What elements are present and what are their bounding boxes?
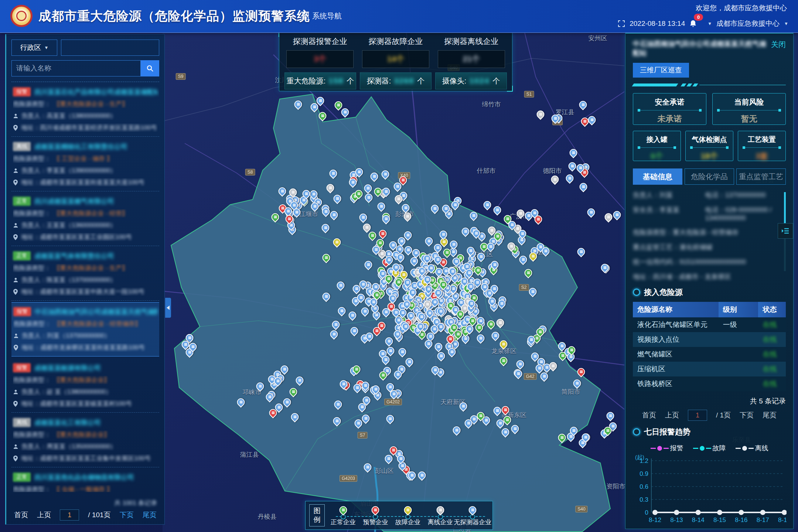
svg-text:0.3: 0.3	[640, 496, 648, 503]
hazard-type: 【重大危险源企业 - 经营储存】	[54, 320, 141, 328]
pagination-first[interactable]: 首页	[14, 510, 28, 520]
status-badge: 正常	[13, 473, 31, 482]
hazard-name: 视频接入点位	[633, 332, 719, 347]
sidebar-collapse-tab[interactable]	[165, 298, 171, 318]
person-icon	[13, 389, 18, 395]
hazard-type: 【 工贸企业 - 储存 】	[54, 154, 113, 163]
pagination-page-input[interactable]	[60, 509, 79, 521]
legend-item: 预警企业	[359, 504, 392, 527]
pagination-last[interactable]: 尾页	[763, 410, 777, 420]
company-list-item[interactable]: 离线 成都某某化工有限公司 危险源类型：【重大危险源企业】 负责人：周某某（13…	[11, 413, 159, 467]
pagination-last[interactable]: 尾页	[143, 510, 157, 520]
road-shield-badge: G4202	[384, 399, 402, 405]
company-list-item[interactable]: 离线 成都某某精细化工有限责任公司 危险源类型：【 工贸企业 - 储存 】 负责…	[11, 137, 159, 191]
pagination-next[interactable]: 下页	[120, 510, 134, 520]
contact-person: 负责人：王某某（13600000000）	[21, 221, 116, 229]
chevron-down-icon[interactable]: ▼	[784, 21, 788, 26]
location-icon	[13, 180, 18, 185]
basic-info-fields: 负责人：刘某电话：13700000000安全员：李某某电话：028-000000…	[633, 191, 786, 281]
table-row[interactable]: 视频接入点位 在线	[633, 332, 786, 347]
fullscreen-icon[interactable]	[618, 20, 625, 27]
contact-person: 负责人：李某某（13900000000）	[21, 166, 116, 175]
company-name: 成都某某化工有限公司	[34, 418, 101, 427]
pagination-prev[interactable]: 上页	[37, 510, 51, 520]
current-user[interactable]: 成都市应急救援中心	[716, 19, 780, 28]
status-badge: 正常	[13, 251, 31, 260]
resource-counter: 重大危险源: 158 个	[284, 72, 356, 89]
hazard-type: 【重大危险源企业】	[54, 376, 110, 384]
company-address: 地址：成都市某某区某某街道某某大道100号	[21, 178, 144, 187]
detail-field: 统一信用代码：915100000000000000	[633, 258, 781, 266]
detector-stat-card: 探测器故障企业 14个	[360, 35, 432, 68]
hazard-type: 【 仓储 - 一般储存 】	[54, 485, 113, 492]
svg-text:8-15: 8-15	[713, 516, 726, 524]
sidebar-pagination: 首页 上页 / 101页 下页 尾页	[6, 509, 164, 521]
legend-item: 正常企业	[327, 504, 359, 527]
table-row[interactable]: 铁路栈桥区 在线	[633, 376, 786, 391]
company-list-item[interactable]: 报警 四川某某石化产品有限公司成都某某储配站 危险源类型：【重大危险源企业 - …	[11, 82, 159, 137]
company-address: 地址：成都市某某区某某中路大道一段100号	[21, 287, 144, 296]
pagination-prev[interactable]: 上页	[665, 410, 679, 420]
bell-icon[interactable]	[689, 20, 697, 28]
table-row[interactable]: 燃气储罐区 在线	[633, 347, 786, 362]
tab-重点监管工艺[interactable]: 重点监管工艺	[736, 168, 786, 185]
legend-item: 无探测器企业	[456, 504, 489, 527]
hazard-name: 压缩机区	[633, 362, 719, 376]
legend-label: 离线企业	[428, 518, 453, 526]
pagination-next[interactable]: 下页	[740, 410, 754, 420]
chevron-down-icon[interactable]: ▼	[707, 21, 712, 26]
district-filter-button[interactable]: 行政区 ▼	[11, 40, 57, 56]
counter-value: 158	[328, 76, 344, 85]
facility-stat-card: 工艺装置 3套	[738, 131, 786, 161]
stat-value-box: 14个	[362, 50, 429, 68]
series-legend-item[interactable]: 离线	[736, 444, 768, 453]
close-panel-link[interactable]: 关闭	[771, 40, 786, 50]
counter-unit: 个	[347, 76, 354, 86]
district-value-input[interactable]	[61, 40, 159, 56]
svg-text:0.6: 0.6	[640, 483, 648, 490]
table-row[interactable]: 液化石油气储罐区单元 一级 在线	[633, 317, 786, 332]
company-list-item[interactable]: 报警 中石油西南油气田公司成都某某天然气储配站 危险源类型：【重大危险源企业 -…	[11, 302, 159, 357]
pagination-first[interactable]: 首页	[642, 410, 656, 420]
3d-patrol-button[interactable]: 三维厂区巡查	[633, 63, 689, 78]
search-button[interactable]	[141, 60, 159, 76]
company-list-item[interactable]: 报警 成都某某能源有限公司 危险源类型：【重大危险源企业】 负责人：赵 某（13…	[11, 358, 159, 413]
company-sidebar: 行政区 ▼ 报警 四川某某石化产品有限公司成都某某储配站 危险源类型：【重大危险…	[5, 34, 165, 525]
tab-基础信息[interactable]: 基础信息	[633, 168, 682, 185]
legend-label: 正常企业	[331, 518, 356, 526]
legend-label: 预警企业	[363, 518, 388, 526]
hazard-type: 【重大危险源企业 - 生产】	[54, 264, 128, 272]
hazard-table: 危险源名称级别状态 液化石油气储罐区单元 一级 在线 视频接入点位 在线 燃气储…	[633, 302, 786, 391]
company-search-input[interactable]	[11, 60, 141, 76]
company-list-item[interactable]: 正常 成都某某气体有限责任公司 危险源类型：【重大危险源企业 - 生产】 负责人…	[11, 246, 159, 301]
hazard-name: 液化石油气储罐区单元	[633, 317, 719, 332]
detail-field: 危险源类型：重大危险源 - 经营储存	[633, 228, 781, 237]
stat-label: 探测器报警企业	[284, 36, 356, 47]
stat-value-box: 3个	[286, 50, 354, 68]
status-badge: 离线	[13, 142, 31, 151]
table-records-total: 共 5 条记录	[633, 396, 786, 406]
company-address: 地址：成都市某某区某某镇某某村100号	[21, 399, 132, 408]
hazard-status: 在线	[763, 380, 777, 388]
company-list-item[interactable]: 正常 四川某某危化品仓储物流有限公司 危险源类型：【 仓储 - 一般储存 】 负…	[11, 467, 159, 492]
series-legend-item[interactable]: 故障	[693, 444, 726, 453]
person-icon	[13, 222, 18, 228]
map-place-label: 丹棱县	[258, 512, 277, 521]
map-place-label: 蒲江县	[240, 450, 259, 459]
road-shield-badge: S1	[524, 91, 534, 98]
system-nav-menu[interactable]: 系统导航	[302, 11, 342, 21]
road-shield-badge: S40	[575, 506, 587, 512]
svg-text:8-16: 8-16	[735, 516, 747, 524]
panel-expand-icon[interactable]	[778, 223, 793, 239]
table-row[interactable]: 压缩机区 在线	[633, 362, 786, 376]
company-name: 成都某某精细化工有限责任公司	[34, 142, 127, 151]
tab-危险化学品[interactable]: 危险化学品	[685, 168, 734, 185]
road-shield-badge: S9	[176, 73, 186, 80]
company-list-item[interactable]: 正常 四川成都某某燃气有限公司 危险源类型：【重大危险源企业 - 经营】 负责人…	[11, 191, 159, 246]
hazard-level: 一级	[719, 317, 758, 332]
counter-unit: 个	[417, 76, 424, 86]
hazard-name: 铁路栈桥区	[633, 376, 719, 391]
map-place-label: 简阳市	[562, 388, 580, 396]
series-legend-item[interactable]: 报警	[651, 444, 683, 453]
pagination-page-input[interactable]	[688, 410, 707, 421]
